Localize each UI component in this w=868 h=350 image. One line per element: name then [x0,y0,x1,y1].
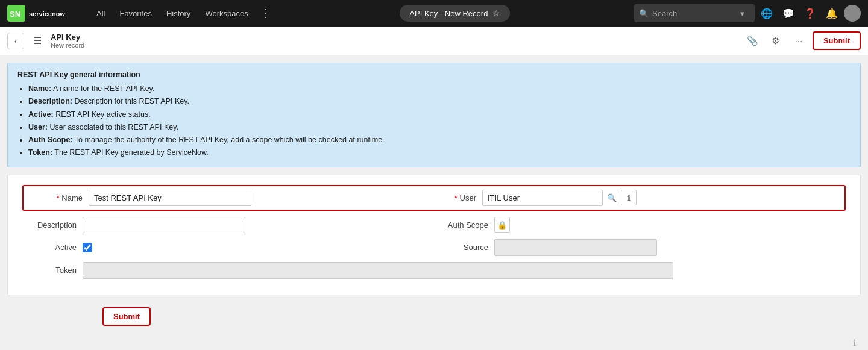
star-icon[interactable]: ☆ [492,8,500,18]
nav-workspaces[interactable]: Workspaces [198,0,255,27]
user-field-group: * User 🔍 ℹ [434,190,840,206]
user-info-button[interactable]: ℹ [621,190,637,205]
info-box: REST API Key general information Name: A… [7,63,861,167]
token-field [83,262,673,279]
auth-scope-label: Auth Scope [434,220,494,230]
nav-more-button[interactable]: ⋮ [256,0,276,27]
info-circle-icon[interactable]: ℹ [853,338,856,348]
pill-label: API Key - New Record [409,9,488,18]
search-bar[interactable]: 🔍 ▾ [634,4,755,22]
toolbar-right: 📎 ⚙ ··· Submit [744,31,861,50]
help-icon[interactable]: ❓ [800,4,820,23]
info-active-label: Active: [28,110,54,119]
name-required-mark: * [57,193,60,202]
bottom-bar: ℹ [851,336,858,350]
record-title-text: API Key [51,33,739,42]
info-authscope-text: To manage the authority of the REST API … [75,136,385,144]
search-icon: 🔍 [639,9,649,18]
description-authscope-row: Description Auth Scope 🔒 [22,217,846,233]
active-record-pill[interactable]: API Key - New Record ☆ [400,5,510,22]
globe-icon[interactable]: 🌐 [757,4,776,23]
top-nav: SN servicenow All Favorites History Work… [0,0,868,27]
settings-icon[interactable]: ⚙ [767,32,785,50]
description-input[interactable] [83,217,245,233]
logo[interactable]: SN servicenow [7,5,80,22]
more-options-icon[interactable]: ··· [790,32,808,50]
info-name-text: A name for the REST API Key. [53,84,154,93]
list-item: Name: A name for the REST API Key. [28,83,851,95]
list-item: Token: The REST API Key generated by Ser… [28,146,851,159]
hamburger-button[interactable]: ☰ [29,33,46,49]
avatar[interactable] [844,5,861,22]
svg-text:servicenow: servicenow [29,10,65,17]
list-item: User: User associated to this REST API K… [28,121,851,134]
svg-text:SN: SN [10,10,20,19]
record-subtitle-text: New record [51,42,739,49]
main-content: REST API Key general information Name: A… [0,63,868,350]
user-input-wrapper: 🔍 ℹ [482,190,637,206]
active-label: Active [22,243,83,252]
nav-history[interactable]: History [159,0,198,27]
record-title: API Key New record [51,33,739,49]
name-input[interactable] [89,190,251,206]
active-source-row: Active Source [22,239,846,256]
name-field-group: * Name [28,190,434,206]
user-label-text: User [460,193,476,202]
description-field-group: Description [22,217,434,233]
info-box-list: Name: A name for the REST API Key. Descr… [17,83,851,160]
name-label: * Name [28,193,89,202]
bell-icon[interactable]: 🔔 [822,4,841,23]
info-box-title: REST API Key general information [17,70,851,79]
info-user-text: User associated to this REST API Key. [49,123,178,131]
active-field-group: Active [22,243,434,252]
info-desc-text: Description for this REST API Key. [74,97,189,105]
active-checkbox[interactable] [83,243,92,252]
list-item: Active: REST API Key active status. [28,108,851,121]
auth-scope-field-group: Auth Scope 🔒 [434,217,846,233]
info-user-label: User: [28,123,48,131]
name-label-text: Name [61,193,83,202]
user-label: * User [434,193,482,202]
source-field-group: Source [434,239,846,256]
submit-button-bottom[interactable]: Submit [102,307,151,326]
token-row: Token [22,262,846,279]
attachment-icon[interactable]: 📎 [744,32,762,50]
auth-scope-lock-button[interactable]: 🔒 [494,217,510,233]
nav-all[interactable]: All [89,0,112,27]
list-item: Description: Description for this REST A… [28,95,851,108]
form-area: * Name * User 🔍 ℹ Description [7,175,861,295]
info-desc-label: Description: [28,97,72,105]
user-required-mark: * [454,193,458,202]
info-token-label: Token: [28,148,52,157]
submit-button-top[interactable]: Submit [813,31,861,50]
back-button[interactable]: ‹ [7,33,24,49]
info-authscope-label: Auth Scope: [28,136,73,144]
nav-favorites[interactable]: Favorites [112,0,159,27]
info-token-text: The REST API Key generated by ServiceNow… [54,148,208,157]
info-active-text: REST API Key active status. [55,110,150,119]
secondary-bar: ‹ ☰ API Key New record 📎 ⚙ ··· Submit [0,27,868,55]
info-name-label: Name: [28,84,51,93]
user-search-button[interactable]: 🔍 [604,190,620,205]
search-dropdown-button[interactable]: ▾ [740,9,744,18]
user-input[interactable] [482,190,603,206]
source-label: Source [434,243,494,252]
chat-icon[interactable]: 💬 [779,4,798,23]
list-item: Auth Scope: To manage the authority of t… [28,134,851,146]
token-label: Token [22,266,83,275]
description-label: Description [22,220,83,230]
name-user-highlight-row: * Name * User 🔍 ℹ [22,185,846,211]
source-field [494,239,657,256]
search-input[interactable] [652,9,737,18]
